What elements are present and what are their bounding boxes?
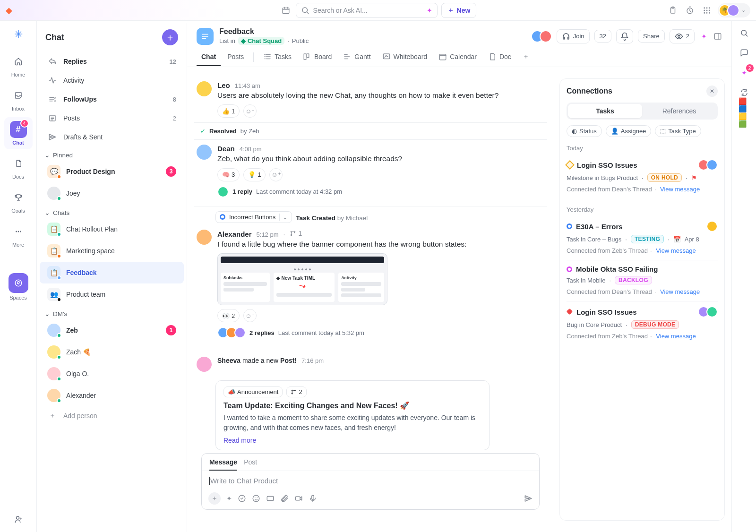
notifications-button[interactable]	[616, 29, 633, 43]
connection-item[interactable]: ✹ Login SSO Issues Bug in Core Product· …	[567, 301, 718, 345]
view-message-link[interactable]: View message	[660, 186, 700, 193]
global-search[interactable]: Search or Ask AI... ✦	[296, 3, 438, 18]
mic-icon[interactable]	[309, 494, 317, 503]
add-reaction[interactable]: ☺⁺	[243, 104, 257, 118]
watchers-button[interactable]: 2	[670, 29, 695, 43]
clipboard-icon[interactable]	[667, 4, 679, 17]
share-button[interactable]: Share	[638, 30, 665, 43]
sidebar-activity[interactable]: Activity	[40, 71, 184, 90]
chats-section[interactable]: ⌄ Chats	[37, 204, 187, 218]
chat-item-product-team[interactable]: 👥 Product team	[40, 283, 184, 305]
apps-icon[interactable]: 🟥🟦🟨🟩	[739, 107, 750, 118]
ai-assist-icon[interactable]: ✦2	[739, 67, 750, 78]
post-card[interactable]: 📣Announcement 2 Team Update: Exciting Ch…	[215, 380, 490, 450]
tab-calendar[interactable]: Calendar	[434, 48, 481, 67]
reaction[interactable]: 💡 1	[243, 168, 266, 181]
pinned-item-product-design[interactable]: 💬 Product Design 3	[40, 161, 184, 182]
attachment-icon[interactable]	[280, 494, 289, 503]
tab-doc[interactable]: Doc	[483, 48, 516, 67]
tab-whiteboard[interactable]: Whiteboard	[378, 48, 432, 67]
sidebar-replies[interactable]: Replies 12	[40, 52, 184, 71]
sidebar-posts[interactable]: Posts 2	[40, 109, 184, 128]
new-chat-button[interactable]: ＋	[162, 29, 178, 45]
thread-link[interactable]: 1 reply Last comment today at 4:32 pm	[217, 186, 544, 197]
sidebar-followups[interactable]: FollowUps 8	[40, 90, 184, 109]
tab-board[interactable]: Board	[298, 48, 336, 67]
connection-item[interactable]: E30A – Errors Task in Core – Bugs· TESTI…	[567, 216, 718, 260]
nav-home[interactable]: Home	[4, 49, 33, 81]
composer-tab-message[interactable]: Message	[209, 458, 237, 471]
add-reaction[interactable]: ☺⁺	[269, 168, 283, 181]
conn-tab-references[interactable]: References	[642, 104, 716, 118]
ai-icon[interactable]: ✦	[699, 33, 709, 40]
ai-icon[interactable]: ✦	[226, 495, 232, 502]
svg-point-1	[302, 8, 308, 13]
sidebar-drafts[interactable]: Drafts & Sent	[40, 128, 184, 146]
workspace-switcher[interactable]: ✳	[9, 26, 27, 43]
filter-assignee[interactable]: 👤Assignee	[606, 125, 651, 137]
connection-item[interactable]: Login SSO Issues Milestone in Bugs Produ…	[567, 154, 718, 198]
nav-spaces[interactable]: Spaces	[4, 260, 33, 304]
dm-item-olga[interactable]: Olga O.	[40, 363, 184, 385]
timer-icon[interactable]	[684, 4, 696, 17]
attach-plus-button[interactable]: ＋	[208, 492, 221, 505]
add-person-button[interactable]: ＋ Add person	[40, 406, 184, 425]
pinned-item-joey[interactable]: Joey	[40, 182, 184, 204]
channel-members[interactable]	[531, 30, 552, 43]
dm-item-alexander[interactable]: Alexander	[40, 385, 184, 406]
nav-goals[interactable]: Goals	[4, 185, 33, 217]
nav-docs[interactable]: Docs	[4, 151, 33, 183]
chat-item-marketing[interactable]: 📋 Marketing space	[40, 240, 184, 262]
comment-icon[interactable]	[739, 47, 750, 59]
task-pill[interactable]: Incorrect Buttons ⌄	[215, 211, 292, 223]
filter-status[interactable]: ◐Status	[567, 125, 602, 137]
tab-tasks[interactable]: Tasks	[258, 48, 296, 67]
dm-item-zeb[interactable]: Zeb 1	[40, 319, 184, 341]
nav-more[interactable]: More	[4, 219, 33, 251]
join-button[interactable]: Join	[557, 29, 590, 43]
new-button[interactable]: ＋ New	[441, 3, 477, 18]
squad-pill[interactable]: ◆ Chat Squad	[238, 37, 284, 45]
composer-input[interactable]: Write to Chat Product	[202, 471, 539, 490]
sync-icon[interactable]	[739, 87, 750, 98]
reaction[interactable]: 👀 2	[217, 309, 240, 322]
attached-image[interactable]: ● ● ● ● ● Subtasks ◆ New Task TIML ↘	[217, 253, 387, 305]
calendar-icon[interactable]	[280, 4, 292, 17]
task-icon[interactable]	[238, 494, 246, 503]
chat-item-feedback[interactable]: 📋 Feedback	[40, 262, 184, 283]
composer-tab-post[interactable]: Post	[244, 458, 257, 471]
nav-invite[interactable]	[4, 511, 33, 527]
add-view-button[interactable]: ＋	[518, 48, 534, 67]
member-count[interactable]: 32	[594, 30, 611, 43]
dm-item-zach[interactable]: Zach 🍕	[40, 341, 184, 363]
view-message-link[interactable]: View message	[656, 247, 696, 254]
view-message-link[interactable]: View message	[656, 333, 696, 340]
chat-item-rollout[interactable]: 📋 Chat Rollout Plan	[40, 218, 184, 240]
conn-tab-tasks[interactable]: Tasks	[568, 104, 642, 118]
nav-inbox[interactable]: Inbox	[4, 83, 33, 115]
dms-section[interactable]: ⌄ DM's	[37, 305, 187, 319]
filter-type[interactable]: ⬚Task Type	[655, 125, 701, 137]
chevron-down-icon[interactable]: ⌄	[279, 214, 288, 221]
send-button[interactable]	[524, 494, 533, 503]
gif-icon[interactable]	[266, 494, 275, 503]
add-reaction[interactable]: ☺⁺	[243, 309, 257, 322]
view-message-link[interactable]: View message	[660, 288, 700, 295]
reaction[interactable]: 🧠 3	[217, 168, 240, 181]
tab-gantt[interactable]: Gantt	[338, 48, 375, 67]
connection-item[interactable]: Mobile Okta SSO Failing Task in Mobile· …	[567, 260, 718, 301]
thread-link[interactable]: 2 replies Last comment today at 5:32 pm	[217, 327, 544, 338]
emoji-icon[interactable]	[252, 494, 260, 503]
tab-chat[interactable]: Chat	[197, 48, 221, 66]
user-avatars[interactable]: 🌴 ⌄	[718, 3, 750, 17]
tab-posts[interactable]: Posts	[223, 48, 249, 66]
nav-chat[interactable]: # 4 Chat	[4, 117, 33, 149]
panel-toggle-icon[interactable]	[713, 32, 722, 41]
pinned-section[interactable]: ⌄ Pinned	[37, 146, 187, 161]
reaction[interactable]: 👍 1	[217, 104, 240, 118]
close-button[interactable]: ✕	[706, 86, 718, 97]
apps-grid-icon[interactable]	[701, 4, 713, 17]
read-more-link[interactable]: Read more	[223, 437, 256, 444]
search-icon[interactable]	[739, 27, 750, 39]
video-icon[interactable]	[294, 494, 303, 503]
